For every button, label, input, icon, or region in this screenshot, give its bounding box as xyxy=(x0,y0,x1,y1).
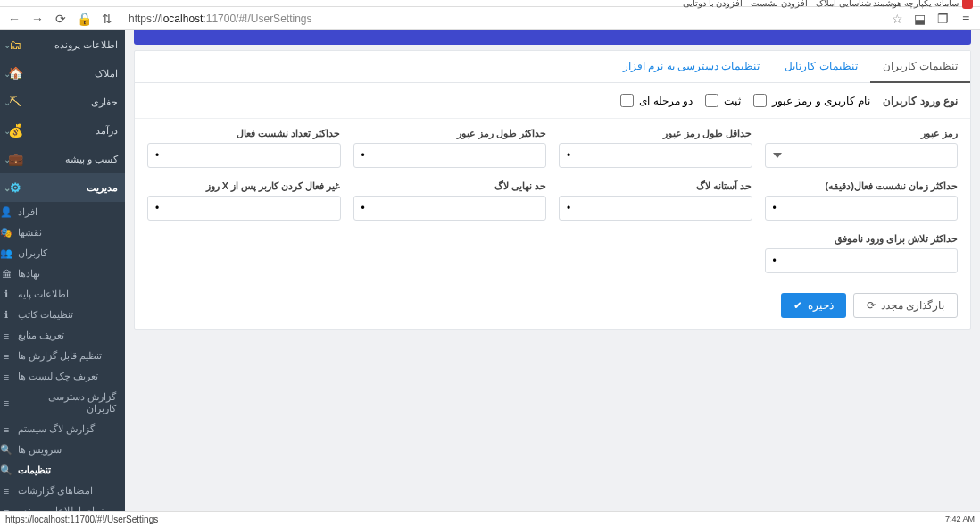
search-icon: 🔍 xyxy=(0,444,12,456)
sidebar-item-business[interactable]: ⌄کسب و پیشه💼 xyxy=(0,145,125,173)
list-icon: ≡ xyxy=(0,372,12,382)
field-disableafter: غیر فعال کردن کاربر پس از X روز xyxy=(147,180,341,221)
sub-accessreport[interactable]: گزارش دسترسی کاربران≡ xyxy=(0,387,125,419)
chevron-down-icon: ⌄ xyxy=(4,126,11,136)
tab-users[interactable]: تنظیمات کاربران xyxy=(870,51,970,83)
field-sessionmin: حداکثر زمان نشست فعال(دقیقه) xyxy=(765,180,959,221)
chk-username-box[interactable] xyxy=(753,94,767,107)
check-icon: ✔ xyxy=(793,299,802,312)
save-button[interactable]: ذخیره ✔ xyxy=(781,293,846,318)
info-icon: ℹ xyxy=(0,309,12,321)
list-icon: ≡ xyxy=(0,330,12,341)
chk-register-box[interactable] xyxy=(705,94,718,107)
sidebar: ⌄اطلاعات پرونده🗂 ⌄املاک🏠 ⌄حفاری⛏ ⌄درآمد💰… xyxy=(0,30,125,511)
sub-signatures[interactable]: امضاهای گزارشات≡ xyxy=(0,481,125,501)
tabs: تنظیمات کاربران تنظیمات کارتابل تنظیمات … xyxy=(135,51,970,83)
chk-2fa-box[interactable] xyxy=(620,94,634,107)
maxlen-input[interactable] xyxy=(353,143,547,168)
sidebar-item-estate[interactable]: ⌄املاک🏠 xyxy=(0,59,125,88)
login-type-row: نوع ورود کاربران نام کاربری و رمز عبور ث… xyxy=(135,83,970,119)
maxfail-input[interactable] xyxy=(765,248,959,273)
field-logfinal: حد نهایی لاگ xyxy=(353,180,547,221)
sub-baseinfo[interactable]: اطلاعات پایهℹ xyxy=(0,284,125,305)
sub-kateb[interactable]: تنظیمات کاتبℹ xyxy=(0,305,125,325)
disableafter-input[interactable] xyxy=(147,196,341,221)
sub-logreport[interactable]: گزارش لاگ سیستم≡ xyxy=(0,419,125,439)
favicon xyxy=(962,0,973,9)
sort-icon: ⇅ xyxy=(100,12,114,26)
sidebar-item-dig[interactable]: ⌄حفاری⛏ xyxy=(0,88,125,116)
field-maxactive: حداکثر تعداد نشست فعال xyxy=(147,128,341,168)
sub-checklists[interactable]: تعریف چک لیست ها≡ xyxy=(0,366,125,387)
sidebar-item-income[interactable]: ⌄درآمد💰 xyxy=(0,116,125,145)
info-icon: ℹ xyxy=(0,289,12,300)
sub-persons[interactable]: افراد👤 xyxy=(0,202,125,222)
header-bar xyxy=(134,30,971,45)
bookmark-icon[interactable]: ☆ xyxy=(892,12,903,26)
minlen-input[interactable] xyxy=(559,143,752,168)
clock: 7:42 AM xyxy=(945,515,975,523)
sub-orgs[interactable]: نهادها🏛 xyxy=(0,264,125,284)
forward-icon[interactable]: → xyxy=(30,12,45,26)
chk-register[interactable]: ثبت xyxy=(705,94,741,107)
maxactive-input[interactable] xyxy=(147,143,341,168)
sub-resources[interactable]: تعریف منابع≡ xyxy=(0,325,125,346)
sub-services[interactable]: سرویس ها🔍 xyxy=(0,439,125,460)
list-icon: ≡ xyxy=(0,397,12,408)
refresh-icon: ⟳ xyxy=(867,299,876,312)
chk-2fa[interactable]: دو مرحله ای xyxy=(620,94,693,107)
list-icon: ≡ xyxy=(0,486,12,497)
address-bar[interactable]: https://localhost:11700/#!/UserSettings xyxy=(123,11,883,27)
logfinal-input[interactable] xyxy=(353,196,547,221)
tab-access[interactable]: تنظیمات دسترسی به نرم افزار xyxy=(610,51,772,82)
chevron-down-icon: ⌄ xyxy=(4,97,11,107)
sidebar-item-file[interactable]: ⌄اطلاعات پرونده🗂 xyxy=(0,30,125,59)
sub-filetabs[interactable]: تبهای اطلاعات پرونده≡ xyxy=(0,501,125,511)
chevron-down-icon: ⌄ xyxy=(4,40,11,50)
form-actions: ذخیره ✔ بارگذاری مجدد ⟳ xyxy=(135,282,970,329)
reload-icon[interactable]: ⟳ xyxy=(54,12,68,26)
list-icon: ≡ xyxy=(0,424,12,435)
menu-icon[interactable]: ≡ xyxy=(959,12,973,26)
status-url: https://localhost:11700/#!/UserSettings xyxy=(5,514,158,524)
browser-tab-strip: سامانه یکپارچه هوشمند شناسایی املاک - اف… xyxy=(0,0,980,7)
sessionmin-input[interactable] xyxy=(765,196,959,221)
reload-button[interactable]: بارگذاری مجدد ⟳ xyxy=(853,293,958,318)
field-maxfail: حداکثر تلاش برای ورود ناموفق xyxy=(765,233,959,273)
chevron-down-icon: ⌄ xyxy=(4,69,11,79)
sub-roles[interactable]: نقشها🎭 xyxy=(0,222,125,243)
field-logthreshold: حد آستانه لاگ xyxy=(559,180,752,221)
chevron-down-icon: ⌄ xyxy=(4,183,11,193)
browser-toolbar: ← → ⟳ 🔒 ⇅ https://localhost:11700/#!/Use… xyxy=(0,7,980,30)
chk-username[interactable]: نام کاربری و رمز عبور xyxy=(753,94,870,107)
settings-panel: تنظیمات کاربران تنظیمات کارتابل تنظیمات … xyxy=(134,50,971,330)
sub-settings-header[interactable]: تنظیمات🔍 xyxy=(0,460,125,481)
chevron-down-icon: ⌄ xyxy=(4,155,11,164)
login-type-label: نوع ورود کاربران xyxy=(883,95,958,107)
download-icon[interactable]: ⬓ xyxy=(912,12,926,26)
logthreshold-input[interactable] xyxy=(559,196,752,221)
field-password: رمز عبور xyxy=(765,128,959,168)
field-maxlen: حداکثر طول رمز عبور xyxy=(353,128,547,168)
sidebar-item-management[interactable]: ⌄مدیریت⚙ xyxy=(0,173,125,202)
sub-reportfile[interactable]: تنظیم قابل گزارش ها≡ xyxy=(0,346,125,366)
users-icon: 👥 xyxy=(0,247,12,259)
field-minlen: حداقل طول رمز عبور xyxy=(559,128,752,168)
search-icon: 🔍 xyxy=(0,464,12,476)
sub-users[interactable]: کاربران👥 xyxy=(0,243,125,264)
lock-icon: 🔒 xyxy=(77,12,91,26)
org-icon: 🏛 xyxy=(0,269,12,280)
fields-grid: رمز عبور حداقل طول رمز عبور حداکثر طول ر… xyxy=(135,119,970,282)
tab-cartable[interactable]: تنظیمات کارتابل xyxy=(772,51,869,82)
status-bar: https://localhost:11700/#!/UserSettings … xyxy=(0,511,980,527)
mask-icon: 🎭 xyxy=(0,227,12,238)
password-select[interactable] xyxy=(765,143,959,168)
person-icon: 👤 xyxy=(0,206,12,218)
main-content: تنظیمات کاربران تنظیمات کارتابل تنظیمات … xyxy=(125,30,980,511)
list-icon: ≡ xyxy=(0,351,12,362)
extensions-icon[interactable]: ❐ xyxy=(935,12,950,26)
list-icon: ≡ xyxy=(0,506,12,512)
tab-title: سامانه یکپارچه هوشمند شناسایی املاک - اف… xyxy=(683,0,959,8)
back-icon[interactable]: ← xyxy=(7,12,21,26)
